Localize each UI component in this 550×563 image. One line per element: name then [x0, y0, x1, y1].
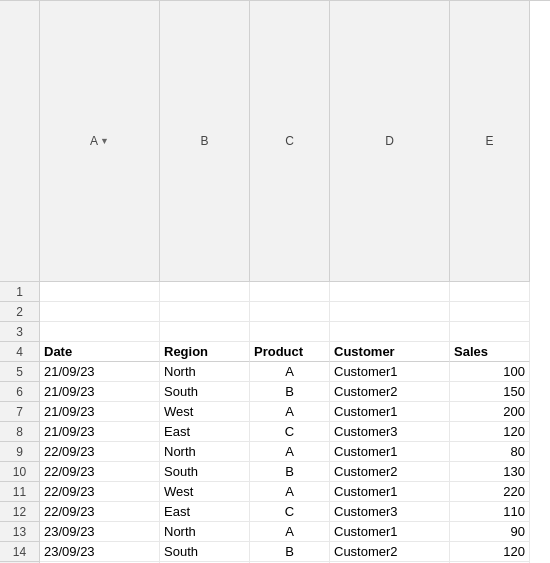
col-header-A[interactable]: A ▼ [40, 1, 160, 282]
row-number[interactable]: 7 [0, 402, 40, 422]
cell[interactable]: West [160, 402, 250, 422]
cell[interactable]: 80 [450, 442, 530, 462]
cell[interactable]: B [250, 542, 330, 562]
cell[interactable] [160, 282, 250, 302]
cell[interactable]: Customer3 [330, 422, 450, 442]
table-row: 521/09/23NorthACustomer1100 [0, 362, 550, 382]
cell[interactable]: B [250, 382, 330, 402]
data-rows-container: 1234DateRegionProductCustomerSales521/09… [0, 282, 550, 563]
cell[interactable]: 90 [450, 522, 530, 542]
cell[interactable]: Customer1 [330, 402, 450, 422]
cell[interactable]: Customer1 [330, 362, 450, 382]
cell[interactable]: A [250, 402, 330, 422]
row-number[interactable]: 3 [0, 322, 40, 342]
col-header-C[interactable]: C [250, 1, 330, 282]
cell[interactable]: Product [250, 342, 330, 362]
cell[interactable]: Customer2 [330, 462, 450, 482]
cell[interactable] [250, 302, 330, 322]
table-row: 3 [0, 322, 550, 342]
cell[interactable]: Customer1 [330, 442, 450, 462]
cell[interactable]: Customer2 [330, 382, 450, 402]
cell[interactable]: 120 [450, 542, 530, 562]
cell[interactable]: East [160, 502, 250, 522]
cell[interactable]: 120 [450, 422, 530, 442]
cell[interactable]: Customer1 [330, 482, 450, 502]
sort-arrow-icon: ▼ [100, 136, 109, 146]
cell[interactable]: 23/09/23 [40, 542, 160, 562]
table-row: 922/09/23NorthACustomer180 [0, 442, 550, 462]
cell[interactable]: 22/09/23 [40, 482, 160, 502]
cell[interactable]: 110 [450, 502, 530, 522]
row-number[interactable]: 11 [0, 482, 40, 502]
cell[interactable] [250, 322, 330, 342]
cell[interactable]: B [250, 462, 330, 482]
cell[interactable]: 21/09/23 [40, 402, 160, 422]
cell[interactable] [160, 322, 250, 342]
cell[interactable]: A [250, 522, 330, 542]
cell[interactable]: 21/09/23 [40, 362, 160, 382]
cell[interactable]: West [160, 482, 250, 502]
cell[interactable]: 200 [450, 402, 530, 422]
cell[interactable]: North [160, 442, 250, 462]
cell[interactable]: Customer3 [330, 502, 450, 522]
cell[interactable]: C [250, 422, 330, 442]
cell[interactable] [250, 282, 330, 302]
cell[interactable]: 220 [450, 482, 530, 502]
cell[interactable]: C [250, 502, 330, 522]
cell[interactable] [40, 282, 160, 302]
row-number[interactable]: 10 [0, 462, 40, 482]
cell[interactable]: A [250, 442, 330, 462]
col-header-B[interactable]: B [160, 1, 250, 282]
row-number[interactable]: 2 [0, 302, 40, 322]
cell[interactable]: Customer [330, 342, 450, 362]
cell[interactable]: 22/09/23 [40, 462, 160, 482]
cell[interactable]: Customer1 [330, 522, 450, 542]
row-number[interactable]: 1 [0, 282, 40, 302]
cell[interactable]: Date [40, 342, 160, 362]
row-number[interactable]: 4 [0, 342, 40, 362]
cell[interactable]: 23/09/23 [40, 522, 160, 542]
table-row: 1022/09/23SouthBCustomer2130 [0, 462, 550, 482]
table-row: 1323/09/23NorthACustomer190 [0, 522, 550, 542]
row-number[interactable]: 6 [0, 382, 40, 402]
cell[interactable]: Region [160, 342, 250, 362]
row-number[interactable]: 5 [0, 362, 40, 382]
cell[interactable]: 22/09/23 [40, 442, 160, 462]
cell[interactable]: East [160, 422, 250, 442]
table-row: 621/09/23SouthBCustomer2150 [0, 382, 550, 402]
cell[interactable] [450, 282, 530, 302]
row-number[interactable]: 14 [0, 542, 40, 562]
row-number[interactable]: 8 [0, 422, 40, 442]
cell[interactable]: 100 [450, 362, 530, 382]
cell[interactable] [450, 322, 530, 342]
row-number[interactable]: 12 [0, 502, 40, 522]
col-header-E[interactable]: E [450, 1, 530, 282]
cell[interactable] [40, 302, 160, 322]
cell[interactable]: A [250, 362, 330, 382]
corner-header [0, 1, 40, 282]
cell[interactable] [330, 322, 450, 342]
cell[interactable] [330, 302, 450, 322]
cell[interactable]: 21/09/23 [40, 382, 160, 402]
cell[interactable] [330, 282, 450, 302]
cell[interactable]: North [160, 522, 250, 542]
row-number[interactable]: 13 [0, 522, 40, 542]
cell[interactable] [160, 302, 250, 322]
col-header-D[interactable]: D [330, 1, 450, 282]
cell[interactable]: South [160, 542, 250, 562]
cell[interactable]: 21/09/23 [40, 422, 160, 442]
cell[interactable]: 130 [450, 462, 530, 482]
cell[interactable]: Sales [450, 342, 530, 362]
cell[interactable] [450, 302, 530, 322]
table-row: 1 [0, 282, 550, 302]
cell[interactable]: North [160, 362, 250, 382]
cell[interactable]: A [250, 482, 330, 502]
cell[interactable]: 150 [450, 382, 530, 402]
cell[interactable]: South [160, 382, 250, 402]
sheet-grid: A ▼ B C D E [0, 0, 550, 282]
cell[interactable]: Customer2 [330, 542, 450, 562]
cell[interactable]: South [160, 462, 250, 482]
cell[interactable]: 22/09/23 [40, 502, 160, 522]
cell[interactable] [40, 322, 160, 342]
row-number[interactable]: 9 [0, 442, 40, 462]
